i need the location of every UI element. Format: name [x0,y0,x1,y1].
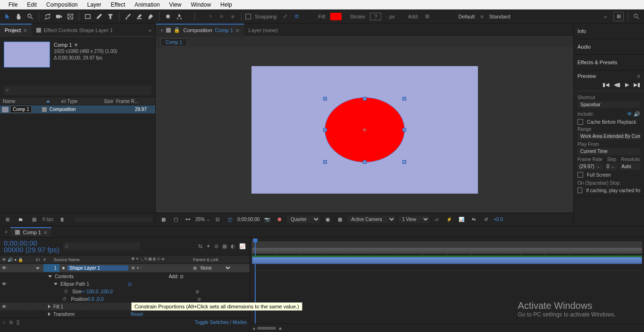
text-tool[interactable] [106,12,115,21]
draft-3d-icon[interactable]: ✦ [206,243,210,249]
camera-dropdown[interactable]: Active Camera [347,216,395,223]
menu-edit[interactable]: Edit [22,1,42,8]
add-shape-button[interactable]: ⊙ [422,12,432,21]
comp-mini-flowchart-icon[interactable]: ⇆ [198,243,202,249]
trash-icon[interactable]: 🗑 [58,215,67,224]
layer-video-toggle[interactable]: 👁 [2,265,7,271]
timeline-tab-comp1[interactable]: Comp 1 ≡ [10,227,51,237]
roi-icon[interactable]: ▣ [323,215,332,224]
eraser-tool[interactable] [146,12,155,21]
resolution-dropdown[interactable]: Quarter [287,216,320,223]
flowchart-icon[interactable]: ⇆ [469,215,478,224]
composition-viewport[interactable]: ✛ [156,47,573,213]
graph-editor-icon[interactable]: 📈 [239,243,246,249]
time-ruler[interactable]: 00s02s04s06s08s10s12s14s16s18s20s22s24s2… [250,238,644,255]
transform-twirl[interactable] [48,312,50,316]
play-button[interactable]: ▶ [625,82,629,88]
menu-effect[interactable]: Effect [106,1,130,8]
position-value[interactable]: 0.0 ,0.0 [88,297,103,302]
first-frame-button[interactable]: ▮◀ [602,82,609,88]
preview-res-field[interactable]: Auto [619,163,640,170]
exposure-value[interactable]: +0.0 [493,217,503,222]
composition-viewer-tab[interactable]: × 🔒 Composition Comp 1 ≡ [156,24,244,37]
close-timeline-tab[interactable]: × [2,229,10,235]
view-axis-icon[interactable]: ◈ [228,12,237,21]
menu-file[interactable]: File [4,1,22,8]
layer-twirl[interactable] [36,267,40,270]
project-item-comp1[interactable]: Comp 1 Composition 29.97 [0,105,155,114]
safe-zones-icon[interactable]: ⊡ [213,215,222,224]
layer-bar-shape-layer-1[interactable] [252,257,642,264]
timeline-icon[interactable]: 📊 [457,215,466,224]
camera-tool[interactable] [54,12,64,21]
local-axis-icon[interactable] [205,12,215,21]
toggle-switches-modes[interactable]: Toggle Switches / Modes [194,320,247,325]
panel-menu-icon[interactable]: ≡ [24,27,26,33]
views-dropdown[interactable]: 1 View [398,216,429,223]
panel-overflow[interactable]: » [149,27,155,33]
selection-tool[interactable] [3,12,12,21]
prev-frame-button[interactable]: ◀▮ [614,82,620,88]
grid-icon[interactable]: ▦ [335,215,344,224]
mask-toggle-icon[interactable]: ◫ [225,215,234,224]
col-framerate[interactable]: Frame R... [113,99,155,104]
skip-field[interactable]: 0⌄ [605,163,618,170]
include-video-icon[interactable]: 👁 [627,111,632,117]
pen-tool[interactable] [94,12,104,21]
lock-col-icon[interactable]: 🔒 [18,257,23,262]
workspace-default[interactable]: Default [454,13,478,20]
info-panel-tab[interactable]: Info [577,26,640,36]
include-audio-icon[interactable]: 🔊 [634,111,640,117]
col-type[interactable]: 🏷 Type [52,99,90,104]
tl-foot-icon1[interactable]: ⟐ [3,320,6,325]
brush-tool[interactable] [123,12,133,21]
reset-exposure-icon[interactable]: ↺ [481,215,491,224]
hand-tool[interactable] [14,12,24,21]
stopwatch-position[interactable]: ⏱ [62,297,67,302]
rectangle-tool[interactable] [83,12,92,21]
ifcaching-checkbox[interactable] [577,187,582,193]
transparency-grid-icon[interactable]: ▢ [171,215,180,224]
snapping-checkbox[interactable] [245,14,251,19]
ellipse-twirl[interactable] [54,283,58,285]
fill-swatch[interactable] [330,13,342,20]
lock-icon[interactable]: 🔒 [174,27,180,33]
clone-tool[interactable] [134,12,144,21]
add-contents-button[interactable]: ⊙ [180,274,184,279]
menu-animation[interactable]: Animation [130,1,164,8]
stopwatch-size[interactable]: ⏱ [64,289,68,294]
workspace-overflow[interactable]: » [604,14,607,19]
workspace-standard[interactable]: Standard [485,13,514,20]
cache-checkbox[interactable] [577,119,583,125]
menu-composition[interactable]: Composition [42,1,83,8]
framerate-field[interactable]: (29.97)⌄ [577,163,603,170]
preview-panel-tab[interactable]: Preview≡ [577,73,640,79]
pan-behind-tool[interactable] [66,12,75,21]
audio-panel-tab[interactable]: Audio [577,42,640,51]
reset-transform[interactable]: Reset [131,312,143,317]
playhead[interactable] [253,238,258,242]
snap-box-icon[interactable]: ⧉ [292,12,301,21]
fill-twirl[interactable] [48,305,50,308]
comp-thumbnail[interactable] [4,42,50,68]
zoom-control[interactable]: 25% ⌄ [195,217,210,222]
menu-window[interactable]: Window [186,1,216,8]
roto-tool[interactable] [163,12,173,21]
menu-view[interactable]: View [165,1,186,8]
stroke-swatch[interactable]: ? [370,13,381,20]
menu-help[interactable]: Help [216,1,237,8]
size-value[interactable]: 100.0 ,100.0 [86,289,113,294]
timeline-search-input[interactable] [63,242,140,251]
zoom-in-icon[interactable]: ▲ [278,325,283,331]
pickwhip-icon[interactable]: ⊚ [193,265,197,271]
layer-shape-layer-1[interactable]: 👁 1 ★Shape Layer 1 ✱✦/ ⊚None [0,264,250,272]
tl-foot-icon3[interactable]: {} [17,320,20,325]
audio-col-icon[interactable]: 🔊 [8,257,13,262]
menu-layer[interactable]: Layer [83,1,106,8]
sync-icon[interactable]: ⊞ [613,12,624,21]
new-comp-icon[interactable]: ▤ [29,215,39,224]
expression-pickwhip-pos[interactable]: ⊚ [197,297,201,302]
zoom-tool[interactable] [25,12,35,21]
fast-preview-icon[interactable]: ⚡ [444,215,454,224]
pixel-aspect-icon[interactable]: ▱ [432,215,442,224]
